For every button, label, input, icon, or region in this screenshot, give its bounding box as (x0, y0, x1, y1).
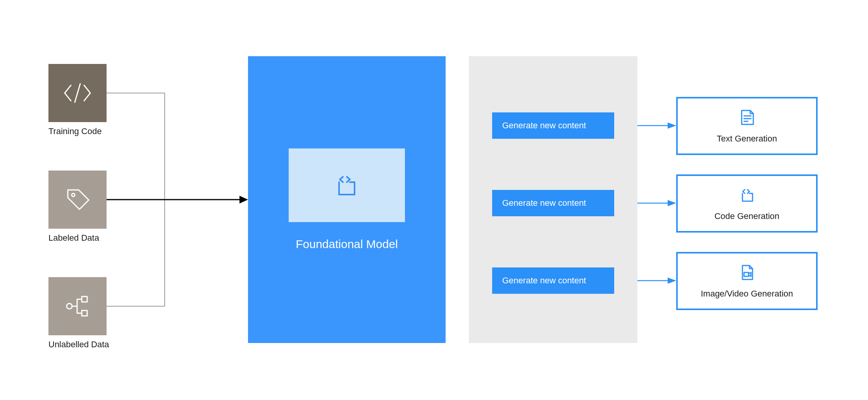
video-file-icon (738, 263, 756, 282)
hierarchy-icon (64, 293, 91, 320)
input-training-code (48, 64, 107, 122)
svg-rect-11 (82, 297, 87, 302)
input-unlabelled-data (48, 277, 107, 335)
svg-rect-12 (82, 310, 87, 316)
code-embed-icon (738, 186, 756, 204)
generate-button-label: Generate new content (502, 121, 586, 131)
generate-button-image-video: Generate new content (492, 267, 614, 294)
output-image-video-generation: Image/Video Generation (676, 252, 818, 310)
svg-rect-16 (744, 272, 749, 276)
input-labeled-data (48, 171, 107, 229)
svg-point-10 (67, 303, 72, 309)
generate-button-text: Generate new content (492, 112, 614, 139)
document-icon (738, 108, 756, 127)
code-embed-icon (331, 170, 362, 201)
output-text-generation: Text Generation (676, 97, 818, 155)
output-code-generation: Code Generation (676, 174, 818, 233)
output-label: Image/Video Generation (701, 289, 793, 299)
input-training-code-label: Training Code (48, 126, 102, 136)
input-unlabelled-data-label: Unlabelled Data (48, 340, 109, 350)
code-icon (62, 81, 93, 105)
input-labeled-data-label: Labeled Data (48, 233, 99, 243)
foundational-model-icon-box (289, 148, 405, 222)
svg-marker-5 (668, 200, 676, 206)
tag-icon (62, 184, 93, 215)
foundational-model-label: Foundational Model (296, 238, 398, 251)
svg-line-8 (75, 84, 80, 102)
generate-button-label: Generate new content (502, 198, 586, 208)
output-label: Text Generation (717, 134, 777, 144)
generate-button-label: Generate new content (502, 276, 586, 286)
svg-marker-3 (668, 122, 676, 129)
foundational-model-panel: Foundational Model (248, 56, 446, 343)
generate-button-code: Generate new content (492, 190, 614, 216)
output-label: Code Generation (715, 211, 780, 221)
svg-marker-7 (668, 278, 676, 284)
svg-marker-1 (239, 196, 248, 203)
svg-point-9 (72, 193, 75, 197)
